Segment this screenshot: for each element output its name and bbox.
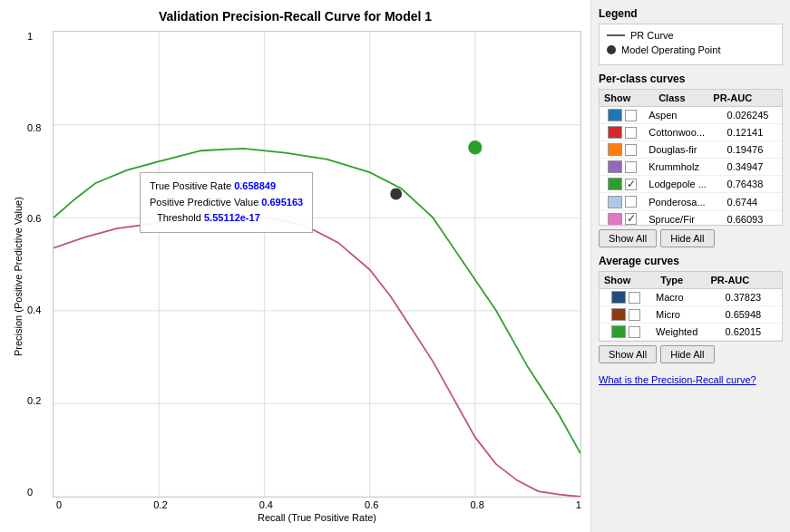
chart-title: Validation Precision-Recall Curve for Mo…	[159, 9, 432, 24]
class-color-swatch	[608, 213, 622, 225]
legend-box: PR Curve Model Operating Point	[599, 24, 783, 65]
svg-point-11	[469, 140, 482, 153]
avg-scroll[interactable]: Macro 0.37823 Micro 0.65948 Weighted 0.6…	[600, 289, 782, 341]
x-axis-label: Recall (True Positive Rate)	[27, 512, 581, 523]
average-curves-section: Average curves Show Type PR-AUC Macro 0.…	[599, 255, 783, 363]
per-class-hide-all-button[interactable]: Hide All	[660, 229, 714, 247]
col-class: Class	[654, 90, 708, 107]
y-tick-08: 0.8	[27, 122, 49, 133]
per-class-row[interactable]: Aspen 0.026245	[600, 107, 782, 124]
class-color-swatch	[608, 143, 622, 156]
class-prauc: 0.34947	[723, 159, 782, 176]
pr-curve-line-icon	[607, 34, 625, 36]
class-color-swatch	[608, 126, 622, 139]
class-checkbox[interactable]	[625, 127, 637, 139]
class-prauc: 0.19476	[723, 141, 782, 159]
class-color-swatch	[608, 160, 622, 173]
class-prauc: 0.026245	[723, 107, 782, 124]
class-name: Krummholz	[644, 159, 722, 176]
y-tick-06: 0.6	[27, 213, 49, 224]
per-class-table: Show Class PR-AUC	[600, 90, 782, 107]
sidebar: Legend PR Curve Model Operating Point Pe…	[590, 0, 790, 532]
avg-header-table: Show Type PR-AUC	[600, 272, 782, 289]
class-checkbox[interactable]	[625, 213, 637, 225]
plot-area: True Positive Rate 0.658849 Positive Pre…	[53, 31, 581, 498]
avg-table-container: Show Type PR-AUC Macro 0.37823 Micro 0.6…	[599, 271, 783, 342]
class-checkbox[interactable]	[625, 110, 637, 121]
per-class-section: Per-class curves Show Class PR-AUC Aspen…	[599, 73, 783, 247]
chart-area: Validation Precision-Recall Curve for Mo…	[0, 0, 590, 532]
y-axis-label: Precision (Positive Predictive Value)	[9, 31, 27, 523]
legend-pr-curve: PR Curve	[607, 30, 775, 41]
avg-color-swatch	[611, 325, 626, 338]
avg-hide-all-button[interactable]: Hide All	[660, 345, 714, 363]
class-checkbox[interactable]	[625, 144, 637, 156]
legend-title: Legend	[599, 7, 783, 20]
avg-color-swatch	[611, 308, 626, 321]
per-class-row[interactable]: Ponderosa... 0.6744	[600, 193, 782, 210]
avg-color-swatch	[611, 291, 626, 304]
per-class-data-table: Aspen 0.026245 Cottonwoo... 0.12141 Doug…	[600, 107, 782, 225]
avg-prauc: 0.65948	[720, 306, 782, 324]
class-color-swatch	[608, 196, 622, 208]
svg-rect-0	[54, 32, 580, 497]
avg-row[interactable]: Macro 0.37823	[600, 289, 782, 306]
avg-row[interactable]: Micro 0.65948	[600, 306, 782, 324]
per-class-scroll[interactable]: Aspen 0.026245 Cottonwoo... 0.12141 Doug…	[600, 107, 782, 225]
avg-type: Macro	[651, 289, 720, 306]
legend-operating-point: Model Operating Point	[607, 44, 775, 55]
avg-row[interactable]: Weighted 0.62015	[600, 324, 782, 341]
class-name: Ponderosa...	[644, 193, 722, 210]
per-class-table-container: Show Class PR-AUC Aspen 0.026245 Cottonw…	[599, 89, 783, 226]
x-tick-08: 0.8	[470, 499, 483, 510]
col-show: Show	[600, 90, 654, 107]
class-name: Cottonwoo...	[644, 124, 722, 141]
average-title: Average curves	[599, 255, 783, 267]
avg-show-all-button[interactable]: Show All	[599, 345, 657, 363]
x-tick-06: 0.6	[365, 499, 378, 510]
class-prauc: 0.76438	[723, 176, 782, 193]
x-tick-02: 0.2	[153, 499, 167, 510]
x-tick-0: 0	[56, 499, 62, 510]
x-tick-1: 1	[576, 499, 581, 510]
avg-col-show: Show	[600, 272, 656, 289]
class-checkbox[interactable]	[625, 179, 637, 190]
avg-checkbox[interactable]	[629, 326, 640, 338]
per-class-show-all-button[interactable]: Show All	[599, 229, 657, 247]
legend-op-label: Model Operating Point	[621, 44, 720, 55]
svg-point-12	[391, 189, 402, 199]
legend-section: Legend PR Curve Model Operating Point	[599, 7, 783, 65]
avg-checkbox[interactable]	[629, 292, 640, 304]
precision-recall-link[interactable]: What is the Precision-Recall curve?	[599, 374, 783, 385]
legend-pr-label: PR Curve	[630, 30, 674, 41]
y-tick-02: 0.2	[27, 395, 49, 406]
per-class-row[interactable]: Spruce/Fir 0.66093	[600, 210, 782, 225]
class-checkbox[interactable]	[625, 161, 637, 173]
col-prauc: PR-AUC	[708, 90, 782, 107]
class-name: Aspen	[644, 107, 722, 124]
class-prauc: 0.6744	[723, 193, 782, 210]
class-name: Spruce/Fir	[644, 210, 722, 225]
class-name: Douglas-fir	[644, 141, 722, 159]
class-color-swatch	[608, 178, 622, 190]
per-class-buttons: Show All Hide All	[599, 229, 783, 247]
avg-prauc: 0.37823	[720, 289, 782, 306]
avg-col-prauc: PR-AUC	[706, 272, 782, 289]
per-class-row[interactable]: Cottonwoo... 0.12141	[600, 124, 782, 141]
x-tick-04: 0.4	[259, 499, 273, 510]
avg-buttons: Show All Hide All	[599, 345, 783, 363]
per-class-row[interactable]: Krummholz 0.34947	[600, 159, 782, 176]
class-checkbox[interactable]	[625, 196, 637, 208]
per-class-title: Per-class curves	[599, 73, 783, 85]
avg-col-type: Type	[656, 272, 706, 289]
y-tick-04: 0.4	[27, 305, 49, 315]
per-class-row[interactable]: Douglas-fir 0.19476	[600, 141, 782, 159]
per-class-row[interactable]: Lodgepole ... 0.76438	[600, 176, 782, 193]
class-prauc: 0.66093	[723, 210, 782, 225]
avg-checkbox[interactable]	[629, 309, 640, 321]
avg-prauc: 0.62015	[720, 324, 782, 341]
avg-data-table: Macro 0.37823 Micro 0.65948 Weighted 0.6…	[600, 289, 782, 341]
y-tick-1: 1	[27, 31, 49, 42]
y-tick-0: 0	[27, 487, 49, 498]
class-color-swatch	[608, 109, 622, 121]
